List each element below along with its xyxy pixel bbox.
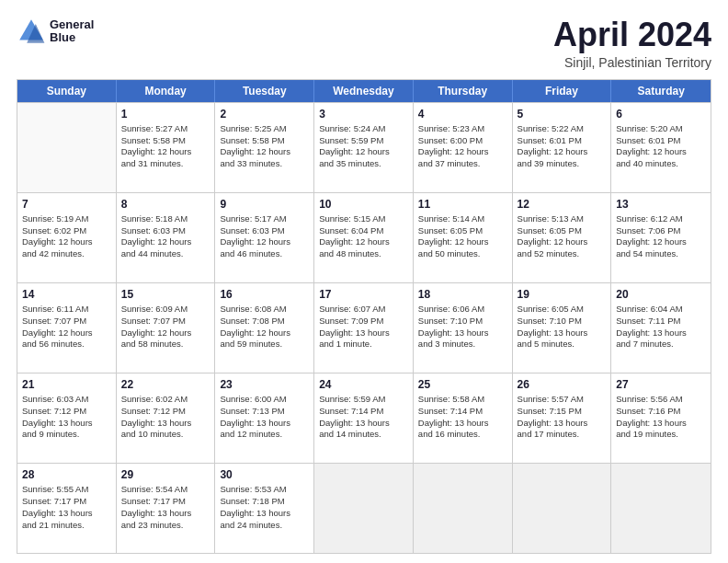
day-info-line: Sunrise: 6:06 AM	[418, 304, 507, 316]
day-info-line: Daylight: 12 hours	[220, 146, 309, 158]
day-number: 26	[518, 377, 607, 392]
day-info-line: Sunrise: 6:00 AM	[220, 394, 309, 406]
day-info-line: Sunrise: 6:11 AM	[22, 304, 111, 316]
day-info-line: Sunrise: 5:24 AM	[319, 123, 408, 135]
day-number: 4	[418, 107, 507, 121]
cal-day-19: 19Sunrise: 6:05 AMSunset: 7:10 PMDayligh…	[513, 283, 612, 373]
day-info-line: Daylight: 13 hours	[319, 418, 408, 430]
day-info-line: Sunset: 7:07 PM	[121, 316, 210, 327]
day-info-line: Sunrise: 6:03 AM	[22, 394, 111, 406]
day-number: 7	[22, 197, 111, 212]
day-info-line: and 33 minutes.	[220, 158, 309, 170]
calendar-week-3: 14Sunrise: 6:11 AMSunset: 7:07 PMDayligh…	[17, 282, 711, 373]
cal-empty-cell	[513, 464, 612, 553]
day-info-line: Sunrise: 6:04 AM	[616, 304, 706, 316]
day-info-line: Daylight: 13 hours	[121, 508, 210, 520]
cal-day-16: 16Sunrise: 6:08 AMSunset: 7:08 PMDayligh…	[215, 283, 314, 373]
cal-empty-cell	[611, 464, 711, 553]
day-info-line: Daylight: 12 hours	[616, 236, 706, 248]
day-info-line: Daylight: 12 hours	[22, 327, 111, 339]
cal-day-28: 28Sunrise: 5:55 AMSunset: 7:17 PMDayligh…	[17, 464, 117, 553]
header-day-friday: Friday	[513, 80, 612, 102]
day-number: 24	[319, 377, 408, 392]
cal-day-26: 26Sunrise: 5:57 AMSunset: 7:15 PMDayligh…	[513, 373, 612, 463]
day-info-line: Sunset: 7:13 PM	[220, 406, 309, 418]
day-info-line: Daylight: 12 hours	[616, 146, 706, 158]
cal-day-15: 15Sunrise: 6:09 AMSunset: 7:07 PMDayligh…	[117, 283, 216, 373]
day-info-line: Sunrise: 5:20 AM	[616, 123, 706, 135]
cal-day-22: 22Sunrise: 6:02 AMSunset: 7:12 PMDayligh…	[117, 373, 216, 463]
day-info-line: Daylight: 13 hours	[616, 418, 706, 430]
cal-day-14: 14Sunrise: 6:11 AMSunset: 7:07 PMDayligh…	[17, 283, 117, 373]
day-info-line: Daylight: 12 hours	[518, 236, 607, 248]
day-number: 12	[518, 197, 607, 212]
day-info-line: Sunrise: 5:23 AM	[418, 123, 507, 135]
day-info-line: and 35 minutes.	[319, 158, 408, 170]
day-info-line: and 56 minutes.	[22, 339, 111, 350]
day-info-line: Daylight: 12 hours	[418, 146, 507, 158]
day-number: 9	[220, 197, 309, 212]
day-info-line: and 42 minutes.	[22, 248, 111, 260]
day-info-line: Daylight: 13 hours	[418, 327, 507, 339]
day-info-line: Sunrise: 5:18 AM	[121, 213, 210, 225]
day-info-line: Sunset: 7:17 PM	[22, 496, 111, 508]
day-number: 5	[518, 107, 607, 121]
day-info-line: and 7 minutes.	[616, 339, 706, 350]
day-number: 18	[418, 287, 507, 302]
day-info-line: Daylight: 13 hours	[22, 418, 111, 430]
day-number: 8	[121, 197, 210, 212]
calendar-week-5: 28Sunrise: 5:55 AMSunset: 7:17 PMDayligh…	[17, 463, 711, 553]
day-info-line: Sunset: 6:01 PM	[518, 135, 607, 147]
day-info-line: Daylight: 12 hours	[121, 327, 210, 339]
day-info-line: Sunrise: 5:54 AM	[121, 484, 210, 496]
day-info-line: Sunset: 7:14 PM	[319, 406, 408, 418]
day-info-line: Sunset: 5:58 PM	[121, 135, 210, 147]
day-info-line: Daylight: 12 hours	[518, 146, 607, 158]
day-info-line: and 24 minutes.	[220, 520, 309, 532]
day-info-line: Sunset: 7:14 PM	[418, 406, 507, 418]
day-info-line: Sunset: 7:18 PM	[220, 496, 309, 508]
day-number: 10	[319, 197, 408, 212]
day-info-line: Sunset: 7:07 PM	[22, 316, 111, 327]
day-info-line: Sunrise: 6:09 AM	[121, 304, 210, 316]
day-info-line: Daylight: 12 hours	[220, 236, 309, 248]
cal-day-7: 7Sunrise: 5:19 AMSunset: 6:02 PMDaylight…	[17, 193, 117, 282]
day-number: 23	[220, 377, 309, 392]
cal-day-23: 23Sunrise: 6:00 AMSunset: 7:13 PMDayligh…	[215, 373, 314, 463]
day-info-line: Sunset: 7:17 PM	[121, 496, 210, 508]
day-number: 29	[121, 467, 210, 482]
day-info-line: Sunrise: 5:58 AM	[418, 394, 507, 406]
day-info-line: Sunrise: 5:27 AM	[121, 123, 210, 135]
cal-empty-cell	[17, 103, 117, 192]
logo: General Blue	[17, 17, 94, 46]
day-info-line: and 10 minutes.	[121, 429, 210, 441]
day-info-line: Sunrise: 6:12 AM	[616, 213, 706, 225]
day-info-line: and 3 minutes.	[418, 339, 507, 350]
day-info-line: Sunset: 7:11 PM	[616, 316, 706, 327]
day-number: 15	[121, 287, 210, 302]
logo-line2: Blue	[50, 31, 94, 44]
day-info-line: and 39 minutes.	[518, 158, 607, 170]
day-info-line: and 50 minutes.	[418, 248, 507, 260]
day-info-line: Daylight: 12 hours	[22, 236, 111, 248]
day-info-line: and 58 minutes.	[121, 339, 210, 350]
day-info-line: and 31 minutes.	[121, 158, 210, 170]
cal-day-1: 1Sunrise: 5:27 AMSunset: 5:58 PMDaylight…	[117, 103, 216, 192]
day-info-line: Sunrise: 5:59 AM	[319, 394, 408, 406]
day-info-line: Sunrise: 5:56 AM	[616, 394, 706, 406]
day-number: 14	[22, 287, 111, 302]
day-number: 6	[616, 107, 706, 121]
day-info-line: and 46 minutes.	[220, 248, 309, 260]
cal-day-21: 21Sunrise: 6:03 AMSunset: 7:12 PMDayligh…	[17, 373, 117, 463]
header-day-sunday: Sunday	[17, 80, 117, 102]
day-info-line: Sunset: 7:09 PM	[319, 316, 408, 327]
day-info-line: Sunset: 6:04 PM	[319, 225, 408, 237]
calendar-title: April 2024	[553, 17, 711, 53]
calendar: SundayMondayTuesdayWednesdayThursdayFrid…	[17, 79, 711, 554]
cal-day-17: 17Sunrise: 6:07 AMSunset: 7:09 PMDayligh…	[314, 283, 414, 373]
day-info-line: Daylight: 13 hours	[418, 418, 507, 430]
calendar-week-4: 21Sunrise: 6:03 AMSunset: 7:12 PMDayligh…	[17, 373, 711, 463]
day-info-line: Daylight: 12 hours	[319, 236, 408, 248]
page: General Blue April 2024 Sinjil, Palestin…	[0, 0, 728, 563]
day-info-line: Sunset: 6:01 PM	[616, 135, 706, 147]
